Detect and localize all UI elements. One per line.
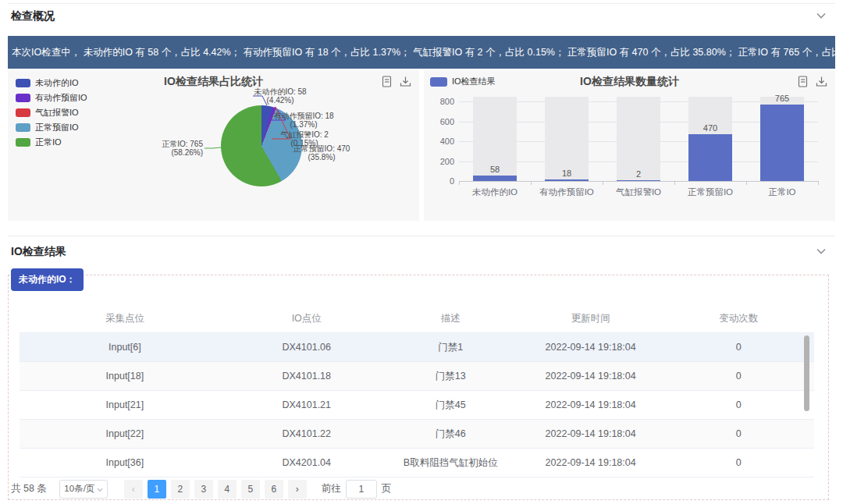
table-row[interactable]: Input[36]DX4201.04B取料阻挡气缸初始位2022-09-14 1…: [20, 449, 814, 477]
x-category-label: 未动作的IO: [459, 186, 531, 198]
x-axis-tick: [603, 181, 603, 185]
table-cell: 2022-09-14 19:18:04: [518, 399, 663, 410]
table-cell: Input[22]: [20, 428, 230, 439]
legend-swatch: [16, 108, 30, 117]
table-row[interactable]: Input[22]DX4101.22门禁462022-09-14 19:18:0…: [20, 420, 814, 449]
bar-未动作的IO[interactable]: [473, 176, 517, 181]
pie-chart-title: IO检查结果占比统计: [8, 75, 419, 89]
x-axis-tick: [746, 181, 747, 185]
table-cell: DX4201.04: [230, 457, 383, 468]
page-button-5[interactable]: 5: [241, 480, 260, 499]
table-cell: 2022-09-14 19:18:04: [518, 428, 663, 439]
pie-label-5: 正常IO: 765(58.26%): [121, 140, 203, 157]
table-scrollbar[interactable]: [804, 335, 809, 411]
page-size-select[interactable]: 10条/页: [59, 480, 108, 499]
legend-item-3[interactable]: 气缸报警IO: [16, 105, 87, 120]
page-button-6[interactable]: 6: [265, 480, 283, 499]
summary-banner: 本次IO检查中， 未动作的IO 有 58 个，占比 4.42%； 有动作预留IO…: [8, 36, 835, 69]
bar-正常IO[interactable]: [760, 105, 804, 181]
overview-collapse-header[interactable]: 检查概况: [0, 3, 843, 27]
result-collapse-header[interactable]: IO检查结果: [0, 239, 843, 262]
bar-chart[interactable]: 020040060080058未动作的IO18有动作预留IO2气缸报警IO470…: [424, 70, 835, 221]
table-cell: 0: [663, 428, 814, 439]
table-row[interactable]: Input[6]DX4101.06门禁12022-09-14 19:18:040: [20, 333, 814, 362]
x-category-label: 有动作预留IO: [531, 186, 603, 198]
page-button-2[interactable]: 2: [171, 480, 190, 499]
legend-item-4[interactable]: 正常预留IO: [16, 120, 87, 135]
column-header-3: 描述: [383, 312, 518, 325]
legend-label: 气缸报警IO: [35, 107, 79, 119]
bar-正常预留IO[interactable]: [688, 134, 732, 181]
io-result-table: 采集点位IO点位描述更新时间变动次数 Input[6]DX4101.06门禁12…: [20, 304, 814, 477]
overview-section-title: 检查概况: [11, 9, 55, 23]
table-row[interactable]: Input[18]DX4101.18门禁132022-09-14 19:18:0…: [20, 362, 814, 391]
gridline: [459, 181, 818, 182]
table-row[interactable]: Input[21]DX4101.21门禁452022-09-14 19:18:0…: [20, 391, 814, 420]
bar-chart-panel: IO检查结果 IO检查结果数量统计 020040060080058未动作的IO1…: [424, 70, 835, 221]
table-cell: DX4101.22: [230, 428, 383, 439]
pie-label-1: 未动作的IO: 58(4.42%): [250, 87, 311, 105]
bar-value-label: 2: [617, 169, 660, 179]
pie-toolbox: [381, 76, 411, 87]
column-header-4: 更新时间: [518, 312, 663, 325]
page-button-4[interactable]: 4: [218, 480, 237, 499]
table-cell: DX4101.21: [230, 399, 383, 410]
page-number-buttons: 123456: [145, 480, 286, 499]
table-cell: 0: [663, 371, 814, 382]
pie-chart-panel: 未动作的IO有动作预留IO气缸报警IO正常预留IO正常IO IO检查结果占比统计: [8, 70, 419, 221]
legend-swatch: [16, 94, 30, 102]
charts-row: 未动作的IO有动作预留IO气缸报警IO正常预留IO正常IO IO检查结果占比统计: [8, 70, 835, 221]
legend-swatch: [16, 123, 30, 132]
bar-气缸报警IO[interactable]: [617, 180, 660, 182]
chevron-down-icon[interactable]: [816, 12, 826, 19]
bar-value-label: 18: [545, 169, 589, 178]
divider: [8, 236, 835, 236]
y-tick-label: 800: [431, 97, 454, 106]
x-axis-tick: [818, 181, 819, 185]
table-cell: 2022-09-14 19:18:04: [518, 371, 663, 382]
column-header-2: IO点位: [230, 312, 383, 325]
x-category-label: 正常IO: [746, 186, 818, 198]
prev-page-button[interactable]: ‹: [124, 480, 143, 499]
table-cell: 0: [663, 342, 814, 353]
page-button-1[interactable]: 1: [148, 480, 166, 499]
table-cell: 0: [663, 399, 814, 410]
goto-suffix: 页: [382, 482, 392, 495]
bar-有动作预留IO[interactable]: [545, 179, 589, 181]
io-inspection-page: 检查概况 本次IO检查中， 未动作的IO 有 58 个，占比 4.42%； 有动…: [0, 0, 843, 504]
pie-label-2: 有动作预留IO: 18(1.37%): [269, 112, 339, 129]
table-cell: 2022-09-14 19:18:04: [518, 342, 663, 353]
page-button-3[interactable]: 3: [194, 480, 213, 499]
table-cell: Input[6]: [20, 342, 230, 353]
next-page-button[interactable]: ›: [288, 480, 307, 499]
inactive-io-filter-button[interactable]: 未动作的IO：: [11, 268, 84, 291]
legend-item-2[interactable]: 有动作预留IO: [16, 91, 87, 105]
table-cell: Input[18]: [20, 371, 230, 382]
x-axis-tick: [674, 181, 675, 185]
table-cell: Input[36]: [20, 457, 230, 468]
column-header-5: 变动次数: [663, 312, 814, 325]
x-axis-tick: [531, 181, 532, 185]
download-icon[interactable]: [400, 76, 411, 87]
pagination-total: 共 58 条: [11, 482, 47, 495]
table-cell: Input[21]: [20, 399, 230, 410]
goto-page-input[interactable]: [346, 480, 377, 499]
pagination-bar: 共 58 条 10条/页 ‹ 123456 › 前往 页: [11, 477, 823, 500]
table-cell: 2022-09-14 19:18:04: [518, 457, 663, 468]
table-cell: B取料阻挡气缸初始位: [383, 456, 518, 470]
x-category-label: 气缸报警IO: [603, 186, 674, 198]
table-cell: 0: [663, 457, 814, 468]
x-axis-tick: [459, 181, 460, 185]
table-cell: 门禁13: [383, 370, 518, 383]
goto-label: 前往: [322, 482, 341, 495]
table-cell: DX4101.06: [230, 342, 383, 353]
table-cell: 门禁46: [383, 428, 518, 441]
y-tick-label: 200: [431, 157, 454, 166]
column-header-1: 采集点位: [20, 312, 230, 325]
data-view-icon[interactable]: [381, 76, 393, 87]
chevron-down-icon[interactable]: [816, 248, 826, 254]
table-cell: 门禁45: [383, 399, 518, 412]
legend-label: 正常预留IO: [35, 122, 79, 133]
legend-item-5[interactable]: 正常IO: [16, 135, 87, 150]
y-tick-label: 600: [431, 117, 454, 126]
